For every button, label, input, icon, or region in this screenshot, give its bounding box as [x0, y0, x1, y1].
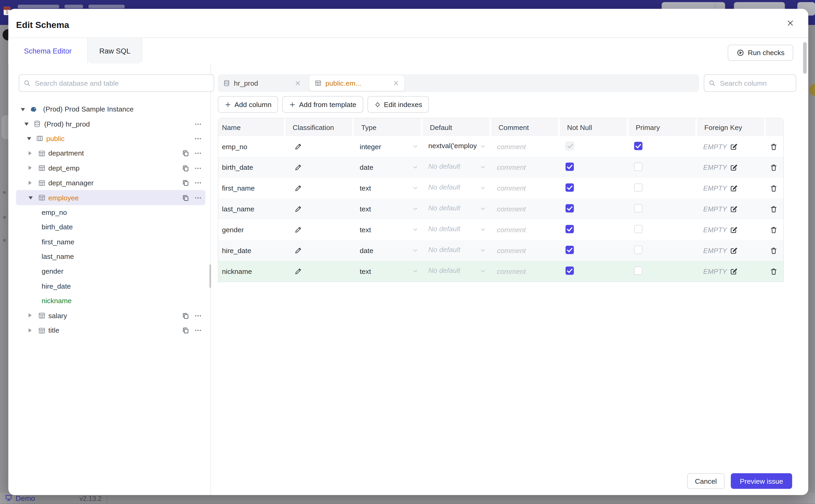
- tree-item-schema-public[interactable]: public: [16, 131, 205, 146]
- preview-issue-button[interactable]: Preview issue: [731, 473, 792, 489]
- delete-column-icon[interactable]: [770, 184, 778, 192]
- type-select[interactable]: integer: [352, 143, 421, 151]
- classification-pencil-icon[interactable]: [294, 163, 302, 171]
- default-select[interactable]: nextval('employ: [421, 142, 490, 151]
- comment-input[interactable]: comment: [490, 226, 558, 234]
- copy-icon[interactable]: [182, 150, 189, 157]
- run-checks-button[interactable]: Run checks: [728, 45, 793, 61]
- type-select[interactable]: date: [352, 163, 421, 171]
- type-select[interactable]: text: [352, 205, 421, 213]
- tree-item-column-birth-date[interactable]: birth_date: [16, 220, 205, 235]
- not-null-checkbox[interactable]: [566, 204, 574, 212]
- database-search-input[interactable]: [34, 79, 209, 88]
- delete-column-icon[interactable]: [770, 267, 778, 275]
- caret-down-icon[interactable]: [28, 196, 33, 200]
- more-actions-icon[interactable]: [194, 120, 202, 128]
- close-tab-icon[interactable]: [294, 80, 301, 86]
- copy-icon[interactable]: [182, 179, 189, 187]
- not-null-checkbox[interactable]: [566, 266, 574, 275]
- comment-input[interactable]: comment: [490, 246, 558, 254]
- tree-item-table-employee[interactable]: employee: [16, 190, 205, 205]
- column-search-input[interactable]: [719, 79, 792, 88]
- modal-scrollbar[interactable]: [803, 42, 807, 74]
- more-actions-icon[interactable]: [194, 312, 202, 319]
- close-tab-icon[interactable]: [393, 80, 399, 86]
- default-select[interactable]: No default: [421, 266, 490, 276]
- delete-column-icon[interactable]: [770, 163, 778, 171]
- comment-input[interactable]: comment: [490, 267, 558, 275]
- tab-schema-editor[interactable]: Schema Editor: [8, 38, 88, 64]
- type-select[interactable]: date: [352, 246, 421, 254]
- tree-item-column-first-name[interactable]: first_name: [16, 235, 205, 249]
- tree-item-table-dept-manager[interactable]: dept_manager: [16, 176, 205, 190]
- more-actions-icon[interactable]: [194, 327, 202, 334]
- not-null-checkbox[interactable]: [566, 245, 574, 254]
- classification-pencil-icon[interactable]: [294, 267, 302, 275]
- sidebar-scrollbar[interactable]: [209, 264, 211, 288]
- primary-checkbox[interactable]: [634, 266, 643, 275]
- tab-chip-public-employee[interactable]: public.em...: [309, 75, 404, 91]
- edit-foreign-key-icon[interactable]: [730, 184, 737, 192]
- primary-checkbox[interactable]: [634, 225, 643, 233]
- edit-foreign-key-icon[interactable]: [730, 246, 737, 254]
- tree-item-column-last-name[interactable]: last_name: [16, 249, 205, 264]
- demo-link[interactable]: Demo: [16, 494, 35, 502]
- tree-item-instance[interactable]: (Prod) Prod Sample Instance: [16, 102, 205, 117]
- copy-icon[interactable]: [182, 327, 189, 334]
- more-actions-icon[interactable]: [194, 164, 202, 172]
- more-actions-icon[interactable]: [194, 179, 202, 187]
- more-actions-icon[interactable]: [194, 135, 202, 142]
- copy-icon[interactable]: [182, 164, 189, 172]
- classification-pencil-icon[interactable]: [294, 246, 302, 254]
- edit-foreign-key-icon[interactable]: [730, 163, 737, 171]
- tree-item-column-nickname[interactable]: nickname: [16, 294, 205, 308]
- comment-input[interactable]: comment: [490, 205, 558, 213]
- classification-pencil-icon[interactable]: [294, 143, 302, 151]
- primary-checkbox[interactable]: [634, 204, 643, 212]
- tree-item-table-salary[interactable]: salary: [16, 308, 205, 323]
- comment-input[interactable]: comment: [490, 143, 558, 151]
- add-column-button[interactable]: Add column: [218, 96, 278, 113]
- tab-chip-hr-prod[interactable]: hr_prod: [223, 79, 301, 87]
- primary-checkbox[interactable]: [634, 183, 643, 192]
- classification-pencil-icon[interactable]: [294, 226, 302, 234]
- cancel-button[interactable]: Cancel: [687, 473, 725, 489]
- primary-checkbox[interactable]: [634, 245, 643, 254]
- delete-column-icon[interactable]: [770, 246, 778, 254]
- type-select[interactable]: text: [352, 184, 421, 192]
- delete-column-icon[interactable]: [770, 143, 778, 151]
- tree-item-column-gender[interactable]: gender: [16, 264, 205, 279]
- comment-input[interactable]: comment: [490, 184, 558, 192]
- tree-item-table-title[interactable]: title: [16, 323, 205, 338]
- edit-foreign-key-icon[interactable]: [730, 226, 737, 234]
- delete-column-icon[interactable]: [770, 205, 778, 213]
- close-icon[interactable]: [787, 19, 794, 27]
- more-actions-icon[interactable]: [194, 150, 202, 157]
- type-select[interactable]: text: [352, 226, 421, 234]
- caret-down-icon[interactable]: [25, 123, 29, 126]
- default-select[interactable]: No default: [421, 225, 490, 234]
- edit-foreign-key-icon[interactable]: [730, 143, 737, 151]
- edit-indexes-button[interactable]: Edit indexes: [367, 96, 429, 113]
- caret-down-icon[interactable]: [21, 108, 25, 111]
- caret-right-icon[interactable]: [28, 313, 32, 318]
- copy-icon[interactable]: [182, 194, 189, 201]
- caret-right-icon[interactable]: [28, 151, 32, 155]
- not-null-checkbox[interactable]: [566, 225, 574, 233]
- edit-foreign-key-icon[interactable]: [730, 205, 737, 213]
- tree-item-column-hire-date[interactable]: hire_date: [16, 279, 205, 294]
- tree-item-table-department[interactable]: department: [16, 146, 205, 161]
- caret-right-icon[interactable]: [28, 166, 32, 170]
- classification-pencil-icon[interactable]: [294, 184, 302, 192]
- tree-item-table-dept-emp[interactable]: dept_emp: [16, 161, 205, 176]
- copy-icon[interactable]: [182, 312, 189, 319]
- type-select[interactable]: text: [352, 267, 421, 275]
- delete-column-icon[interactable]: [770, 226, 778, 234]
- default-select[interactable]: No default: [421, 163, 490, 172]
- add-from-template-button[interactable]: Add from template: [282, 96, 363, 113]
- more-actions-icon[interactable]: [194, 194, 202, 201]
- primary-checkbox[interactable]: [634, 142, 643, 150]
- default-select[interactable]: No default: [421, 204, 490, 213]
- caret-right-icon[interactable]: [28, 328, 32, 332]
- tab-raw-sql[interactable]: Raw SQL: [88, 38, 142, 64]
